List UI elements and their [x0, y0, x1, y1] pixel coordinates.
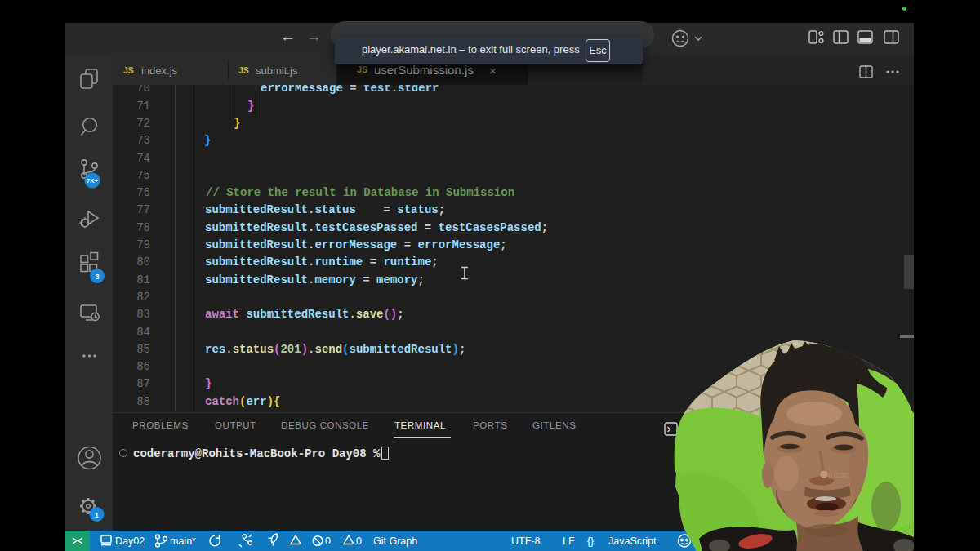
- svg-text:Git Graph: Git Graph: [373, 535, 417, 547]
- svg-text:0: 0: [325, 535, 331, 547]
- svg-text:1: 1: [95, 511, 99, 519]
- svg-text:main*: main*: [170, 535, 196, 547]
- svg-text:UTF-8: UTF-8: [511, 535, 540, 547]
- svg-text:Day02: Day02: [115, 535, 145, 547]
- svg-text:LF: LF: [563, 535, 575, 547]
- svg-text:3: 3: [95, 273, 99, 281]
- svg-text:0: 0: [356, 535, 362, 547]
- svg-text:{}: {}: [587, 535, 594, 547]
- svg-text:g 0:30: g 0:30: [828, 471, 849, 479]
- svg-text:JavaScript: JavaScript: [608, 535, 657, 547]
- svg-text:7K+: 7K+: [87, 177, 99, 184]
